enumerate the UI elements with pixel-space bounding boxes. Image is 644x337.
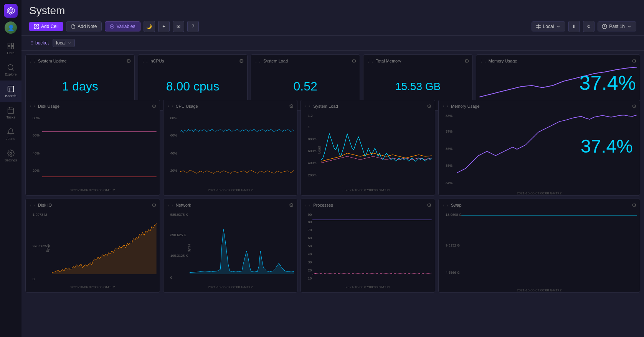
total-memory-gear-icon[interactable]: ⚙ xyxy=(464,58,469,64)
memory-usage-chart-timestamp: 2021-10-06 07:00:00 GMT+2 xyxy=(442,191,637,195)
svg-rect-19 xyxy=(37,27,38,28)
bottom-row: Disk IO ⚙ 1.9073 M 976.5625 K 0 Bytes 20… xyxy=(25,199,640,293)
sidebar-item-settings[interactable]: Settings xyxy=(0,145,21,166)
disk-usage-chart-area: 80% 60% 40% 20% xyxy=(29,112,157,187)
time-range-dropdown[interactable]: Past 1h xyxy=(598,21,636,31)
disk-io-timestamp: 2021-10-06 07:00:00 GMT+2 xyxy=(29,285,157,289)
system-load-svg xyxy=(304,112,432,187)
stats-row: System Uptime ⚙ 1 days nCPUs ⚙ 8.00 cpus… xyxy=(25,54,640,97)
toolbar-right: Local ⏸ ↻ Past 1h xyxy=(532,21,636,32)
cpu-y-tick-4: 20% xyxy=(170,169,177,173)
charts-row: Disk Usage ⚙ 80% 60% 40% 20% 2021-10-06 … xyxy=(25,100,640,196)
swap-y-tick-3: 4.6566 G xyxy=(446,271,460,275)
system-load-chart-area: 1.2 1 800m 600m 400m 200m Load xyxy=(304,112,432,187)
add-cell-button[interactable]: Add Cell xyxy=(29,22,63,31)
network-chart-area: 585.9375 K 390.625 K 195.3125 K 0 Bytes xyxy=(167,211,294,284)
mail-icon-button[interactable]: ✉ xyxy=(173,21,184,32)
memory-usage-stat-gear-icon[interactable]: ⚙ xyxy=(632,58,637,64)
star-icon-button[interactable]: ✦ xyxy=(158,21,170,32)
memory-usage-chart-gear-icon[interactable]: ⚙ xyxy=(632,103,637,109)
memory-usage-stat-title: Memory Usage xyxy=(479,59,517,63)
uptime-gear-icon[interactable]: ⚙ xyxy=(126,58,131,64)
swap-timestamp: 2021-10-06 07:00:00 GMT+2 xyxy=(442,288,637,292)
sidebar-item-data[interactable]: Data xyxy=(0,38,21,59)
sidebar-alerts-label: Alerts xyxy=(6,137,15,141)
memory-usage-stat-header: Memory Usage ⚙ xyxy=(479,58,637,64)
variables-button[interactable]: Variables xyxy=(105,21,140,31)
sl-y-tick-5: 400m xyxy=(308,161,317,165)
cpu-usage-timestamp: 2021-10-06 07:00:00 GMT+2 xyxy=(167,188,294,192)
local-dropdown[interactable]: Local xyxy=(532,21,566,31)
network-timestamp: 2021-10-06 07:00:00 GMT+2 xyxy=(167,285,294,289)
swap-chart-area: 13.9698 G 9.3132 G 4.6566 G xyxy=(442,211,637,288)
help-icon-button[interactable]: ? xyxy=(187,21,199,32)
network-y-label: Bytes xyxy=(187,243,191,252)
dio-y-tick-1: 1.9073 M xyxy=(33,213,47,217)
swap-svg xyxy=(442,211,637,288)
memory-percent-overlay: 37.4% xyxy=(581,136,633,157)
network-svg xyxy=(167,211,294,284)
sidebar-settings-label: Settings xyxy=(5,158,17,162)
network-card: Network ⚙ 585.9375 K 390.625 K 195.3125 … xyxy=(163,199,298,293)
disk-y-tick-1: 80% xyxy=(33,116,40,120)
system-load-gear-icon[interactable]: ⚙ xyxy=(352,58,357,64)
ncpus-header: nCPUs ⚙ xyxy=(141,58,244,64)
svg-rect-17 xyxy=(37,25,38,26)
local-label: Local xyxy=(543,24,554,29)
add-note-button[interactable]: Add Note xyxy=(66,21,102,31)
proc-y-tick-3: 70 xyxy=(308,228,312,232)
proc-y-tick-1: 90 xyxy=(308,213,312,217)
sidebar-item-boards[interactable]: Boards xyxy=(0,81,21,102)
mu-y-tick-5: 34% xyxy=(446,181,452,185)
disk-usage-gear-icon[interactable]: ⚙ xyxy=(152,103,157,109)
sidebar-item-alerts[interactable]: Alerts xyxy=(0,123,21,145)
system-load-chart-timestamp: 2021-10-06 07:00:00 GMT+2 xyxy=(304,188,432,192)
sidebar-item-tasks[interactable]: Tasks xyxy=(0,102,21,123)
processes-svg xyxy=(304,211,432,284)
processes-title: Processes xyxy=(304,203,333,207)
swap-y-tick-1: 13.9698 G xyxy=(446,213,462,217)
net-y-tick-2: 390.625 K xyxy=(170,233,186,237)
cpu-usage-header: CPU Usage ⚙ xyxy=(167,103,294,109)
sl-y-tick-6: 200m xyxy=(308,173,317,177)
network-gear-icon[interactable]: ⚙ xyxy=(289,202,294,208)
ncpus-gear-icon[interactable]: ⚙ xyxy=(239,58,244,64)
sl-y-tick-2: 1 xyxy=(308,125,310,129)
sidebar-data-label: Data xyxy=(7,51,14,55)
time-range-label: Past 1h xyxy=(609,24,625,29)
refresh-button[interactable]: ↻ xyxy=(583,21,594,32)
bucket-label: bucket xyxy=(29,40,49,46)
mu-y-tick-3: 36% xyxy=(446,147,452,151)
sidebar-item-explore[interactable]: Explore xyxy=(0,59,21,81)
svg-rect-16 xyxy=(35,25,36,26)
swap-gear-icon[interactable]: ⚙ xyxy=(632,202,637,208)
app-logo[interactable] xyxy=(4,4,18,18)
add-note-label: Add Note xyxy=(78,24,97,29)
ncpus-title: nCPUs xyxy=(141,59,164,63)
moon-icon-button[interactable]: 🌙 xyxy=(144,21,155,32)
swap-y-tick-2: 9.3132 G xyxy=(446,243,460,247)
sl-y-tick-4: 600m xyxy=(308,149,317,153)
swap-header: Swap ⚙ xyxy=(442,202,637,208)
bucket-select[interactable]: local xyxy=(53,39,75,47)
svg-rect-2 xyxy=(8,43,10,45)
disk-io-gear-icon[interactable]: ⚙ xyxy=(152,202,157,208)
cpu-usage-gear-icon[interactable]: ⚙ xyxy=(289,103,294,109)
processes-gear-icon[interactable]: ⚙ xyxy=(427,202,432,208)
cpu-y-tick-1: 80% xyxy=(170,116,177,120)
sl-y-tick-3: 800m xyxy=(308,137,317,141)
memory-usage-chart-header: Memory Usage ⚙ xyxy=(442,103,637,109)
user-avatar[interactable]: 👤 xyxy=(5,21,17,34)
toolbar: Add Cell Add Note Variables 🌙 ✦ ✉ ? xyxy=(29,21,636,32)
disk-y-tick-3: 40% xyxy=(33,151,40,155)
system-load-chart-gear-icon[interactable]: ⚙ xyxy=(427,103,432,109)
svg-point-6 xyxy=(8,64,13,69)
disk-y-tick-4: 20% xyxy=(33,169,40,173)
svg-marker-1 xyxy=(9,9,13,13)
sidebar-boards-label: Boards xyxy=(5,94,17,98)
net-y-tick-1: 585.9375 K xyxy=(170,213,188,217)
add-cell-label: Add Cell xyxy=(41,24,58,29)
svg-rect-11 xyxy=(8,108,14,113)
proc-y-tick-8: 20 xyxy=(308,268,312,272)
pause-button[interactable]: ⏸ xyxy=(568,21,580,32)
